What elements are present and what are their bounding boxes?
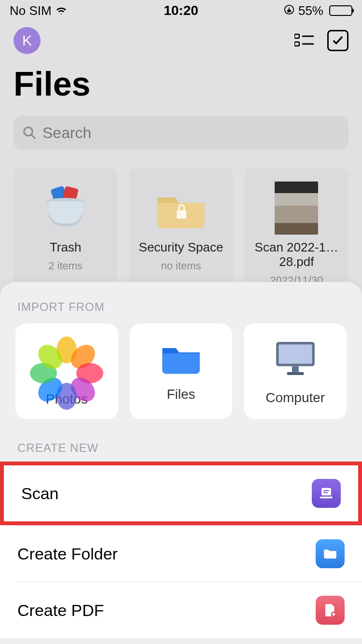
import-photos[interactable]: Photos xyxy=(15,323,118,419)
folder-name: Trash xyxy=(50,240,82,255)
create-scan-row[interactable]: Scan xyxy=(0,462,362,525)
wifi-icon xyxy=(56,3,67,18)
clock: 10:20 xyxy=(164,3,198,18)
file-name: Scan 2022-1…28.pdf xyxy=(248,240,346,269)
folder-icon xyxy=(316,539,345,568)
create-pdf-row[interactable]: Create PDF xyxy=(17,582,362,638)
svg-line-7 xyxy=(31,135,35,139)
file-grid: Trash 2 items Security Space no items Sc… xyxy=(0,150,362,289)
folder-name: Security Space xyxy=(139,240,223,255)
scan-icon xyxy=(312,479,341,508)
svg-rect-12 xyxy=(287,372,304,375)
import-files[interactable]: Files xyxy=(130,323,233,419)
create-row-label: Create PDF xyxy=(17,601,104,620)
folder-security-space[interactable]: Security Space no items xyxy=(129,168,233,289)
locked-folder-icon xyxy=(154,182,208,235)
import-label: Computer xyxy=(265,390,325,406)
folder-trash[interactable]: Trash 2 items xyxy=(14,168,117,289)
file-scan-pdf[interactable]: Scan 2022-1…28.pdf 2022/11/30 xyxy=(245,168,348,289)
svg-rect-13 xyxy=(321,488,331,496)
create-list: Scan Create Folder Create PDF xyxy=(0,462,362,638)
photos-icon xyxy=(42,336,91,384)
import-label: Files xyxy=(167,387,195,402)
search-input[interactable] xyxy=(42,124,340,142)
files-icon xyxy=(159,340,203,379)
computer-icon xyxy=(270,337,320,382)
search-icon xyxy=(22,126,37,140)
import-computer[interactable]: Computer xyxy=(244,323,347,419)
svg-rect-3 xyxy=(294,42,299,46)
avatar-letter: K xyxy=(22,32,32,49)
svg-rect-1 xyxy=(287,10,291,13)
svg-rect-10 xyxy=(278,345,312,364)
create-section-label: CREATE NEW xyxy=(0,438,362,462)
action-sheet: IMPORT FROM Photos xyxy=(0,282,362,644)
folder-subtitle: 2 items xyxy=(48,260,83,272)
trash-icon xyxy=(46,182,85,235)
import-section-label: IMPORT FROM xyxy=(0,300,362,323)
carrier-text: No SIM xyxy=(10,3,52,18)
svg-rect-2 xyxy=(294,34,299,38)
battery-icon xyxy=(329,5,352,16)
search-bar[interactable] xyxy=(14,116,348,150)
view-options-icon[interactable] xyxy=(293,30,315,51)
battery-percent: 55% xyxy=(298,3,323,18)
svg-rect-8 xyxy=(177,210,186,219)
import-row: Photos Files Computer xyxy=(0,323,362,438)
select-mode-icon[interactable] xyxy=(327,30,348,51)
document-thumbnail xyxy=(275,182,318,235)
svg-rect-11 xyxy=(292,366,299,372)
status-bar: No SIM 10:20 55% xyxy=(0,0,362,21)
create-row-label: Create Folder xyxy=(17,545,118,563)
avatar[interactable]: K xyxy=(14,27,41,54)
create-row-label: Scan xyxy=(21,484,59,503)
folder-subtitle: no items xyxy=(161,260,201,272)
pdf-icon xyxy=(316,596,345,625)
create-folder-row[interactable]: Create Folder xyxy=(17,525,362,582)
header: K xyxy=(0,21,362,54)
rotation-lock-icon xyxy=(284,3,294,18)
page-title: Files xyxy=(0,54,362,108)
